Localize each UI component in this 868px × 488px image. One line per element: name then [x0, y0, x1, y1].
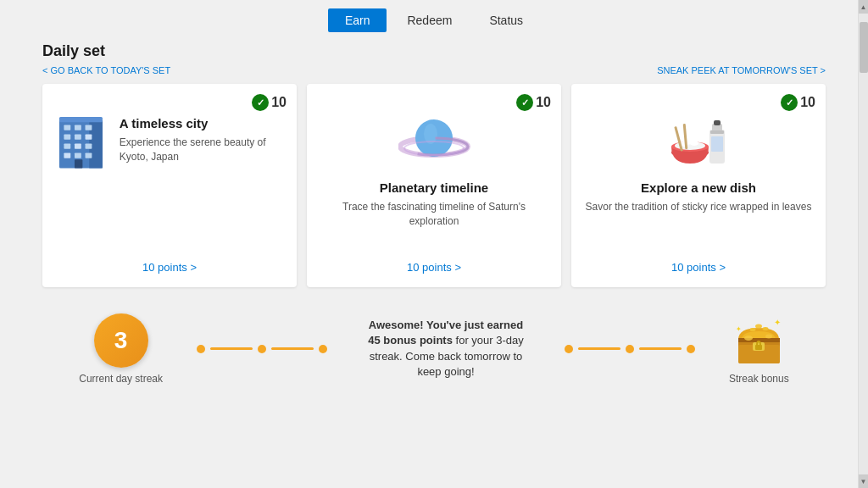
svg-point-39 [744, 336, 753, 341]
streak-dot-6 [687, 345, 695, 353]
scroll-up-button[interactable]: ▲ [859, 0, 869, 14]
card-3-badge: ✓ 10 [781, 94, 815, 111]
scroll-track[interactable] [859, 14, 868, 474]
svg-rect-12 [64, 152, 70, 158]
card-2-badge: ✓ 10 [516, 94, 551, 111]
svg-point-42 [749, 328, 755, 331]
svg-point-43 [762, 327, 768, 330]
streak-dot-5 [626, 345, 634, 353]
card-1-badge: ✓ 10 [252, 94, 287, 111]
svg-point-40 [765, 335, 772, 339]
redeem-tab[interactable]: Redeem [390, 8, 469, 32]
main-content: Daily set < GO BACK TO TODAY'S SET SNEAK… [0, 42, 868, 393]
card-building[interactable]: ✓ 10 [42, 84, 297, 287]
svg-rect-2 [59, 117, 103, 122]
streak-connector-2 [565, 345, 695, 353]
streak-dot-3 [319, 345, 327, 353]
svg-rect-4 [75, 125, 81, 130]
daily-set-title: Daily set [42, 42, 826, 60]
streak-current-label: Current day streak [79, 373, 163, 385]
scroll-down-button[interactable]: ▼ [859, 474, 869, 488]
streak-item-current: 3 Current day streak [79, 313, 163, 385]
card-1-desc: Experience the serene beauty of Kyoto, J… [120, 136, 283, 164]
scroll-thumb[interactable] [860, 22, 868, 73]
sneak-peek-link[interactable]: SNEAK PEEK AT TOMORROW'S SET > [657, 65, 826, 75]
streak-bonus-label: Streak bonus [729, 373, 789, 385]
card-food[interactable]: ✓ 10 [571, 84, 826, 287]
card-1-content: A timeless city Experience the serene be… [56, 104, 283, 176]
card-1-points-link[interactable]: 10 points > [142, 252, 197, 274]
card-3-desc: Savor the tradition of sticky rice wrapp… [586, 200, 812, 214]
streak-section: 3 Current day streak Awesome! You've jus… [42, 304, 826, 393]
svg-rect-5 [86, 125, 92, 130]
streak-connector [197, 345, 327, 353]
card-2-desc: Trace the fascinating timeline of Saturn… [320, 200, 548, 229]
food-image-area [656, 106, 741, 174]
streak-dash-1 [210, 347, 253, 350]
check-icon-1: ✓ [252, 94, 269, 111]
streak-dash-3 [578, 347, 620, 350]
planet-icon [398, 108, 470, 172]
top-navigation: Earn Redeem Status [0, 0, 868, 39]
svg-rect-11 [86, 143, 92, 148]
svg-rect-7 [75, 134, 81, 139]
svg-rect-14 [86, 152, 92, 158]
streak-circle: 3 [94, 313, 148, 368]
back-to-today-link[interactable]: < GO BACK TO TODAY'S SET [42, 65, 170, 75]
streak-dot-1 [197, 345, 205, 353]
card-2-title: Planetary timeline [380, 180, 488, 195]
streak-dash-2 [271, 347, 314, 350]
svg-rect-6 [64, 134, 70, 139]
streak-dot-2 [258, 345, 266, 353]
status-tab[interactable]: Status [472, 8, 540, 32]
card-2-points-link[interactable]: 10 points > [407, 252, 461, 274]
svg-rect-33 [710, 130, 724, 134]
check-icon-3: ✓ [781, 94, 798, 111]
card-3-points: 10 [800, 95, 815, 110]
streak-dot-4 [565, 345, 573, 353]
streak-dash-4 [639, 347, 682, 350]
card-2-points: 10 [536, 95, 551, 110]
card-3-title: Explore a new dish [641, 180, 756, 195]
streak-message: Awesome! You've just earned 45 bonus poi… [361, 318, 531, 380]
card-3-points-link[interactable]: 10 points > [671, 252, 726, 274]
planet-image-area [392, 106, 476, 174]
svg-rect-13 [75, 152, 81, 158]
nav-links: < GO BACK TO TODAY'S SET SNEAK PEEK AT T… [42, 65, 826, 75]
svg-rect-31 [714, 120, 721, 125]
card-1-text: A timeless city Experience the serene be… [120, 116, 283, 164]
treasure-chest-icon: ✦ ✦ [732, 313, 787, 368]
svg-text:✦: ✦ [736, 325, 742, 333]
svg-rect-10 [75, 143, 81, 148]
svg-rect-8 [86, 134, 92, 139]
card-planet[interactable]: ✓ 10 Planetary timeline [307, 84, 561, 287]
earn-tab[interactable]: Earn [328, 8, 387, 32]
food-icon [660, 108, 737, 172]
check-icon-2: ✓ [516, 94, 533, 111]
svg-text:✦: ✦ [774, 318, 781, 327]
building-icon [56, 104, 106, 176]
card-1-points: 10 [271, 95, 287, 110]
cards-container: ✓ 10 [42, 84, 826, 287]
streak-item-bonus: ✦ ✦ Streak bonus [729, 313, 789, 385]
card-1-title: A timeless city [120, 116, 283, 130]
svg-rect-9 [64, 143, 70, 148]
svg-rect-15 [75, 159, 82, 168]
svg-rect-38 [755, 345, 762, 350]
svg-rect-3 [64, 125, 70, 130]
svg-point-41 [755, 324, 762, 329]
svg-rect-32 [711, 136, 723, 152]
scrollbar[interactable]: ▲ ▼ [858, 0, 868, 488]
